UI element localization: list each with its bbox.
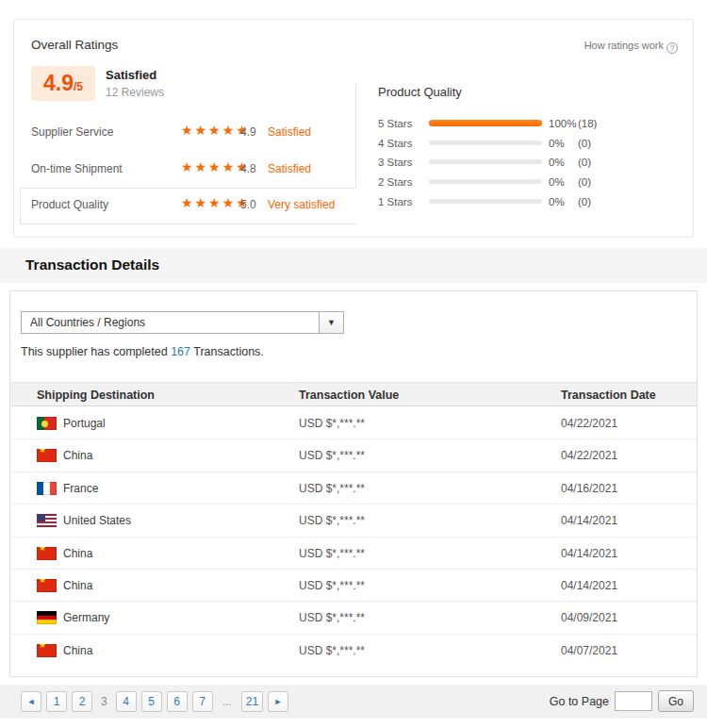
portugal-flag-icon — [37, 417, 57, 430]
rating-row-supplier-service[interactable]: Supplier Service★★★★★4.9Satisfied — [31, 118, 355, 146]
china-flag-icon — [37, 644, 57, 657]
cell-shipping-destination: Germany — [37, 611, 109, 624]
table-row: GermanyUSD $*,***.**04/09/2021 — [10, 602, 697, 634]
prev-page-button[interactable]: ◄ — [21, 691, 41, 712]
next-page-button[interactable]: ► — [268, 691, 288, 712]
breakdown-bar-track — [429, 141, 542, 145]
page-button-6[interactable]: 6 — [167, 691, 188, 712]
table-row: United StatesUSD $*,***.**04/14/2021 — [10, 505, 697, 537]
how-ratings-work-label: How ratings work — [584, 40, 664, 51]
overall-score-badge: 4.9/5 — [31, 66, 95, 101]
breakdown-bar-track — [429, 199, 542, 204]
cell-transaction-date: 04/09/2021 — [561, 611, 617, 624]
overall-ratings-title: Overall Ratings — [31, 38, 118, 52]
page-button-7[interactable]: 7 — [192, 691, 213, 712]
page-button-5[interactable]: 5 — [141, 691, 162, 712]
cell-transaction-date: 04/14/2021 — [561, 579, 617, 592]
china-flag-icon — [37, 449, 57, 462]
summary-suffix: Transactions. — [193, 345, 264, 358]
cell-transaction-value: USD $*,***.** — [299, 579, 365, 592]
breakdown-count: (18) — [578, 118, 597, 129]
overall-score-denominator: /5 — [74, 80, 83, 93]
breakdown-label: 4 Stars — [378, 138, 412, 149]
cell-transaction-date: 04/07/2021 — [561, 644, 617, 657]
breakdown-count: (0) — [578, 196, 591, 207]
cell-shipping-destination: France — [37, 482, 98, 495]
rating-row-label: Product Quality — [31, 198, 108, 211]
table-row: ChinaUSD $*,***.**04/14/2021 — [10, 570, 697, 602]
transaction-count-link[interactable]: 167 — [171, 345, 190, 358]
transactions-table-header: Shipping Destination Transaction Value T… — [10, 382, 697, 406]
page-button-4[interactable]: 4 — [116, 691, 137, 712]
rating-status: Very satisfied — [268, 198, 335, 211]
france-flag-icon — [37, 482, 57, 495]
cell-transaction-date: 04/22/2021 — [561, 449, 617, 462]
page-button-2[interactable]: 2 — [72, 691, 92, 712]
rating-status: Satisfied — [268, 125, 311, 139]
country-filter-dropdown[interactable]: All Countries / Regions ▼ — [21, 311, 344, 334]
page-button-21[interactable]: 21 — [241, 691, 263, 712]
cell-transaction-value: USD $*,***.** — [299, 611, 365, 624]
breakdown-percent: 0% — [549, 157, 565, 168]
country-filter-value: All Countries / Regions — [30, 312, 145, 333]
rating-row-label: Supplier Service — [31, 125, 113, 139]
pagination: ◄1234567...21► — [21, 691, 293, 712]
cell-transaction-value: USD $*,***.** — [299, 514, 365, 527]
breakdown-label: 2 Stars — [378, 176, 412, 188]
how-ratings-work-link[interactable]: How ratings work? — [584, 40, 678, 54]
cell-transaction-value: USD $*,***.** — [299, 482, 365, 495]
overall-score: 4.9 — [43, 71, 74, 95]
breakdown-percent: 0% — [549, 138, 565, 149]
current-page: 3 — [101, 695, 107, 708]
table-row: ChinaUSD $*,***.**04/14/2021 — [10, 538, 697, 570]
help-icon: ? — [666, 42, 678, 54]
rating-status: Satisfied — [268, 162, 311, 175]
breakdown-label: 1 Stars — [378, 196, 412, 207]
breakdown-percent: 0% — [549, 196, 565, 207]
goto-page-label: Go to Page — [550, 695, 609, 708]
page-button-1[interactable]: 1 — [46, 691, 67, 712]
chevron-down-icon[interactable]: ▼ — [319, 312, 343, 333]
overall-ratings-card: Overall Ratings How ratings work? 4.9/5 … — [13, 19, 694, 238]
cell-transaction-date: 04/22/2021 — [561, 417, 617, 430]
goto-page-group: Go to Page Go — [550, 690, 694, 712]
breakdown-row: 5 Stars100%(18) — [378, 117, 661, 130]
breakdown-percent: 0% — [549, 176, 565, 188]
cell-shipping-destination: Portugal — [37, 417, 106, 430]
cell-shipping-destination: China — [37, 547, 92, 560]
rating-row-product-quality[interactable]: Product Quality★★★★★5.0Very satisfied — [31, 190, 355, 219]
header-transaction-value: Transaction Value — [299, 389, 399, 402]
breakdown-count: (0) — [578, 176, 591, 188]
rating-score: 4.9 — [240, 125, 256, 139]
china-flag-icon — [37, 547, 57, 560]
breakdown-label: 3 Stars — [378, 157, 412, 168]
united-states-flag-icon — [37, 514, 57, 527]
breakdown-bar-fill — [429, 120, 542, 126]
transactions-card: All Countries / Regions ▼ This supplier … — [9, 290, 698, 677]
breakdown-percent: 100% — [549, 118, 576, 129]
cell-transaction-date: 04/16/2021 — [561, 482, 617, 495]
breakdown-bar-track — [429, 159, 542, 164]
rating-row-label: On-time Shipment — [31, 162, 123, 175]
header-shipping-destination: Shipping Destination — [37, 389, 155, 402]
breakdown-label: 5 Stars — [378, 118, 412, 129]
table-row: ChinaUSD $*,***.**04/07/2021 — [10, 635, 697, 667]
breakdown-row: 3 Stars0%(0) — [378, 156, 661, 169]
cell-transaction-value: USD $*,***.** — [299, 547, 365, 560]
goto-page-input[interactable] — [615, 691, 652, 711]
breakdown-count: (0) — [578, 138, 591, 149]
rating-row-on-time-shipment[interactable]: On-time Shipment★★★★★4.8Satisfied — [31, 155, 355, 183]
summary-prefix: This supplier has completed — [21, 345, 168, 358]
transaction-details-band: Transaction Details — [0, 248, 707, 283]
ratings-divider — [355, 83, 356, 189]
pagination-ellipsis: ... — [222, 695, 232, 708]
table-row: ChinaUSD $*,***.**04/22/2021 — [10, 439, 697, 472]
stars-icon: ★★★★★ — [181, 159, 250, 174]
cell-shipping-destination: China — [37, 449, 92, 462]
cell-transaction-value: USD $*,***.** — [299, 449, 365, 462]
go-button[interactable]: Go — [658, 690, 694, 712]
breakdown-row: 2 Stars0%(0) — [378, 175, 661, 189]
supplier-ratings-page: Overall Ratings How ratings work? 4.9/5 … — [0, 0, 707, 728]
transaction-details-title: Transaction Details — [25, 256, 159, 273]
transactions-summary: This supplier has completed 167 Transact… — [21, 345, 264, 358]
